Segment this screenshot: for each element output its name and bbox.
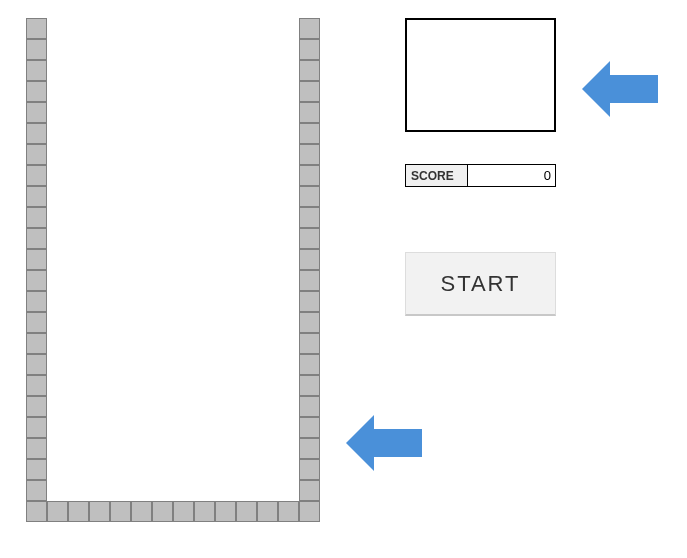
wall-block <box>299 144 320 165</box>
wall-block <box>26 102 47 123</box>
wall-block <box>299 81 320 102</box>
wall-block <box>299 186 320 207</box>
wall-block <box>299 375 320 396</box>
score-value: 0 <box>468 165 555 186</box>
wall-block <box>26 249 47 270</box>
wall-block <box>299 417 320 438</box>
wall-block <box>26 291 47 312</box>
wall-block <box>299 165 320 186</box>
wall-block <box>299 228 320 249</box>
wall-block <box>89 501 110 522</box>
wall-block <box>26 123 47 144</box>
wall-block <box>68 501 89 522</box>
wall-block <box>299 459 320 480</box>
score-panel: SCORE 0 <box>405 164 556 187</box>
wall-block <box>26 39 47 60</box>
wall-block <box>26 375 47 396</box>
wall-block <box>152 501 173 522</box>
svg-marker-0 <box>582 61 658 117</box>
wall-block <box>257 501 278 522</box>
wall-block <box>215 501 236 522</box>
wall-block <box>26 333 47 354</box>
wall-block <box>299 480 320 501</box>
wall-block <box>26 438 47 459</box>
score-label: SCORE <box>406 165 468 186</box>
wall-block <box>299 123 320 144</box>
wall-block <box>299 438 320 459</box>
wall-block <box>26 18 47 39</box>
wall-block <box>299 333 320 354</box>
arrow-left-icon <box>582 61 658 117</box>
wall-block <box>26 501 47 522</box>
wall-block <box>299 312 320 333</box>
wall-block <box>26 417 47 438</box>
wall-block <box>26 480 47 501</box>
wall-block <box>131 501 152 522</box>
wall-block <box>299 270 320 291</box>
wall-block <box>299 39 320 60</box>
wall-block <box>110 501 131 522</box>
start-button[interactable]: START <box>405 252 556 316</box>
wall-block <box>26 81 47 102</box>
wall-block <box>26 354 47 375</box>
wall-block <box>26 396 47 417</box>
wall-block <box>26 186 47 207</box>
wall-block <box>26 459 47 480</box>
wall-block <box>278 501 299 522</box>
wall-block <box>299 102 320 123</box>
wall-block <box>47 501 68 522</box>
wall-block <box>299 501 320 522</box>
wall-block <box>26 165 47 186</box>
svg-marker-1 <box>346 415 422 471</box>
wall-block <box>299 207 320 228</box>
wall-block <box>194 501 215 522</box>
wall-block <box>26 207 47 228</box>
wall-block <box>173 501 194 522</box>
wall-block <box>299 18 320 39</box>
wall-block <box>299 249 320 270</box>
wall-block <box>26 60 47 81</box>
wall-block <box>299 291 320 312</box>
next-piece-preview <box>405 18 556 132</box>
wall-block <box>299 354 320 375</box>
wall-block <box>26 270 47 291</box>
wall-block <box>26 144 47 165</box>
playfield-well <box>26 18 320 522</box>
arrow-left-icon <box>346 415 422 471</box>
wall-block <box>299 60 320 81</box>
wall-block <box>299 396 320 417</box>
wall-block <box>26 312 47 333</box>
wall-block <box>236 501 257 522</box>
wall-block <box>26 228 47 249</box>
